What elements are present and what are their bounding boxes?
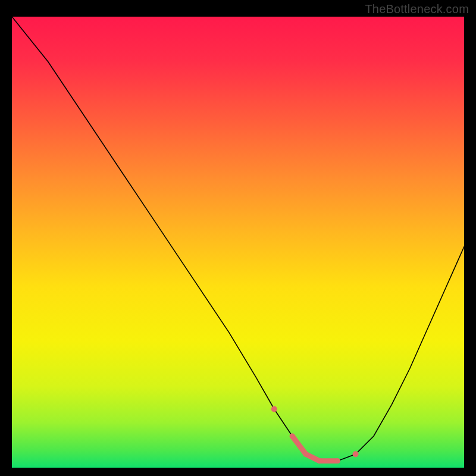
watermark-text: TheBottleneck.com: [365, 2, 469, 16]
plot-area: [12, 17, 464, 468]
svg-point-8: [317, 458, 322, 464]
plot-svg: [12, 17, 464, 468]
svg-point-7: [303, 452, 309, 457]
svg-point-9: [335, 458, 340, 464]
chart-container: TheBottleneck.com: [0, 0, 476, 476]
gradient-background: [12, 17, 464, 468]
svg-point-6: [290, 433, 295, 439]
svg-point-10: [353, 451, 359, 457]
svg-point-5: [271, 406, 277, 412]
